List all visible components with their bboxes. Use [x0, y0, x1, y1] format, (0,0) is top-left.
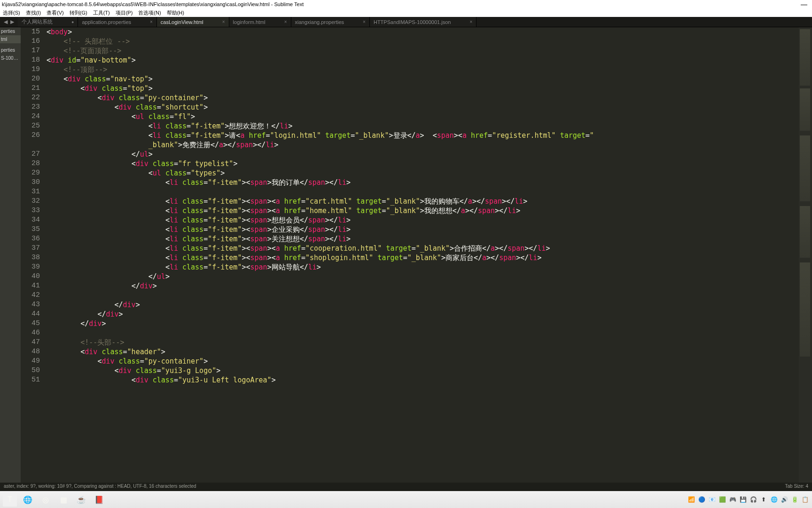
- editor-tab[interactable]: loginform.html×: [229, 17, 291, 27]
- menu-item[interactable]: 查看(V): [47, 10, 64, 16]
- close-tab-icon[interactable]: ×: [222, 19, 225, 24]
- code-line[interactable]: <li class="f-item"><span>想想会员</span></li…: [47, 215, 799, 225]
- code-line[interactable]: <ul class="fl">: [47, 112, 799, 121]
- code-line[interactable]: <li class="f-item"><span><a href="home.h…: [47, 206, 799, 215]
- side-panel[interactable]: pertiestmlpertiesS-1000000: [0, 27, 21, 500]
- code-line[interactable]: <div class="top">: [47, 84, 799, 93]
- editor-tab[interactable]: xiangxiang.properties×: [291, 17, 370, 27]
- menu-bar[interactable]: 选择(S)查找(I)查看(V)转到(G)工具(T)项目(P)首选项(N)帮助(H…: [0, 8, 812, 17]
- tab-label: loginform.html: [233, 19, 265, 25]
- code-line[interactable]: <div class="shortcut">: [47, 103, 799, 112]
- code-line[interactable]: <li class="f-item"><span><a href="cart.h…: [47, 197, 799, 206]
- tab-prev-icon[interactable]: ◀: [4, 19, 8, 25]
- code-line[interactable]: [47, 187, 799, 197]
- menu-item[interactable]: 选择(S): [3, 10, 20, 16]
- tab-row: ◀ ▶ 个人网站系统●application.properties×casLog…: [0, 17, 812, 27]
- code-line[interactable]: <!--页面顶部-->: [47, 46, 799, 56]
- close-tab-icon[interactable]: ×: [469, 19, 472, 24]
- line-number: 35: [21, 225, 40, 234]
- line-number: 28: [21, 159, 40, 168]
- tab-nav-arrows[interactable]: ◀ ▶: [0, 17, 18, 27]
- code-line[interactable]: <ul class="types">: [47, 168, 799, 178]
- code-line[interactable]: [47, 328, 799, 338]
- menu-item[interactable]: 首选项(N): [138, 10, 161, 16]
- code-line[interactable]: <li class="f-item"><span>关注想想</span></li…: [47, 234, 799, 244]
- tray-icon[interactable]: 🌐: [770, 495, 778, 504]
- tray-icon[interactable]: 📋: [801, 495, 809, 504]
- close-tab-icon[interactable]: ×: [150, 19, 153, 24]
- code-line[interactable]: <div class="py-container">: [47, 357, 799, 366]
- os-taskbar[interactable]: T🌐◎▦☕📕 📶 🔵 📧 🟩 🎮 💾 🎧 ⬆ 🌐 🔊 🔋 📋: [0, 491, 812, 508]
- line-number: 24: [21, 112, 40, 121]
- tray-icon[interactable]: 📶: [687, 495, 695, 504]
- code-line[interactable]: <li class="f-item">请<a href="login.html"…: [47, 131, 799, 140]
- tray-icon[interactable]: 🎮: [728, 495, 737, 504]
- code-line[interactable]: <li class="f-item"><span>我的订单</span></li…: [47, 178, 799, 187]
- code-line[interactable]: <div class="yui3-g Logo">: [47, 366, 799, 375]
- minimize-button[interactable]: —: [801, 0, 807, 8]
- code-line[interactable]: <!-- 头部栏位 -->: [47, 37, 799, 46]
- menu-item[interactable]: 转到(G): [70, 10, 87, 16]
- sidebar-file-item[interactable]: perties: [0, 27, 21, 35]
- taskbar-app-icon[interactable]: ▦: [56, 492, 70, 507]
- close-tab-icon[interactable]: ×: [363, 19, 366, 24]
- minimap[interactable]: [799, 27, 812, 500]
- line-number: [21, 140, 40, 150]
- editor-tab[interactable]: HTTPSandIMAPS-10000001.json×: [370, 17, 476, 27]
- taskbar-app-icon[interactable]: ☕: [74, 492, 88, 507]
- code-line[interactable]: [47, 291, 799, 300]
- code-line[interactable]: </div>: [47, 319, 799, 328]
- code-line[interactable]: <div class="py-container">: [47, 93, 799, 103]
- taskbar-app-icon[interactable]: 📕: [92, 492, 106, 507]
- code-line[interactable]: <!--顶部-->: [47, 65, 799, 74]
- editor-tab[interactable]: application.properties×: [78, 17, 156, 27]
- code-line[interactable]: <li class="f-item"><span><a href="cooper…: [47, 244, 799, 253]
- code-line[interactable]: <div id="nav-bottom">: [47, 56, 799, 65]
- code-line[interactable]: <li class="f-item">想想欢迎您！</li>: [47, 121, 799, 131]
- close-tab-icon[interactable]: ×: [284, 19, 287, 24]
- code-line[interactable]: <li class="f-item"><span>企业采购</span></li…: [47, 225, 799, 234]
- code-line[interactable]: </div>: [47, 310, 799, 319]
- taskbar-app-icon[interactable]: T: [3, 492, 17, 507]
- tray-icon[interactable]: 🎧: [749, 495, 757, 504]
- taskbar-app-icon[interactable]: 🌐: [21, 492, 35, 507]
- tray-icon[interactable]: 💾: [739, 495, 747, 504]
- window-controls: —: [801, 0, 812, 8]
- editor-tab[interactable]: casLoginView.html×: [157, 17, 229, 27]
- code-line[interactable]: <div class="fr typelist">: [47, 159, 799, 168]
- menu-item[interactable]: 工具(T): [93, 10, 110, 16]
- tray-icon[interactable]: ⬆: [759, 495, 768, 504]
- code-line[interactable]: </div>: [47, 300, 799, 310]
- sidebar-file-item[interactable]: S-1000000: [0, 54, 21, 62]
- tab-label: HTTPSandIMAPS-10000001.json: [374, 19, 451, 25]
- code-editor[interactable]: <body> <!-- 头部栏位 --> <!--页面顶部--><div id=…: [47, 27, 799, 500]
- editor-tab[interactable]: 个人网站系统●: [18, 17, 78, 27]
- code-line[interactable]: <body>: [47, 27, 799, 37]
- tab-next-icon[interactable]: ▶: [10, 19, 14, 25]
- tray-icon[interactable]: 🔋: [790, 495, 799, 504]
- code-line[interactable]: <!--头部-->: [47, 338, 799, 347]
- code-line[interactable]: </ul>: [47, 272, 799, 281]
- code-line[interactable]: <div class="yui3-u Left logoArea">: [47, 375, 799, 385]
- menu-item[interactable]: 帮助(H): [167, 10, 184, 16]
- menu-item[interactable]: 项目(P): [116, 10, 133, 16]
- sidebar-file-item[interactable]: perties: [0, 46, 21, 54]
- code-line[interactable]: _blank">免费注册</a></span></li>: [47, 140, 799, 150]
- code-line[interactable]: </div>: [47, 281, 799, 291]
- line-number: 51: [21, 375, 40, 385]
- taskbar-app-icon[interactable]: ◎: [39, 492, 53, 507]
- tray-icon[interactable]: 📧: [708, 495, 716, 504]
- sidebar-file-item[interactable]: tml: [0, 35, 21, 43]
- line-number: 23: [21, 103, 40, 112]
- tray-icon[interactable]: 🟩: [718, 495, 726, 504]
- system-tray[interactable]: 📶 🔵 📧 🟩 🎮 💾 🎧 ⬆ 🌐 🔊 🔋 📋: [687, 495, 809, 504]
- dirty-indicator-icon[interactable]: ●: [71, 20, 74, 24]
- tray-icon[interactable]: 🔵: [697, 495, 706, 504]
- code-line[interactable]: <div class="header">: [47, 347, 799, 357]
- menu-item[interactable]: 查找(I): [26, 10, 41, 16]
- code-line[interactable]: <li class="f-item"><span><a href="shoplo…: [47, 253, 799, 262]
- code-line[interactable]: <div class="nav-top">: [47, 74, 799, 84]
- code-line[interactable]: <li class="f-item"><span>网站导航</li>: [47, 262, 799, 272]
- code-line[interactable]: </ul>: [47, 150, 799, 159]
- tray-icon[interactable]: 🔊: [780, 495, 789, 504]
